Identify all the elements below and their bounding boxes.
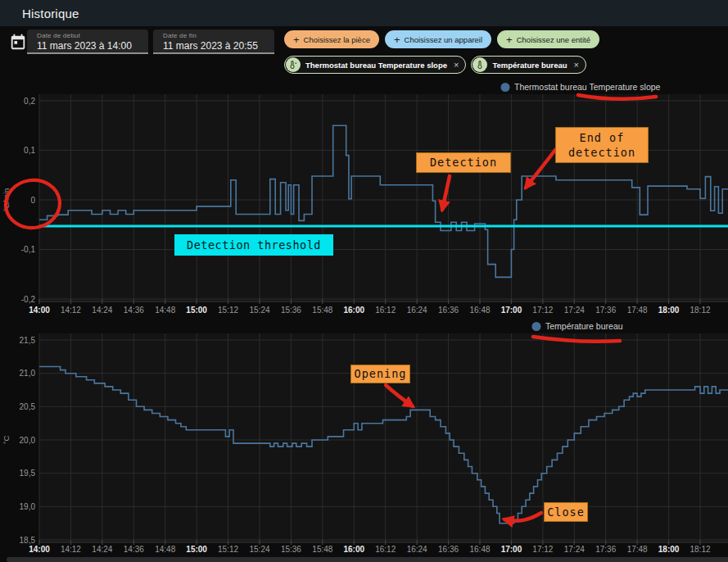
x-tick-label: 14:24	[92, 545, 112, 554]
x-tick-label: 17:36	[595, 545, 616, 554]
x-tick-label: 17:00	[501, 545, 522, 554]
x-tick-label: 15:24	[249, 545, 269, 554]
detection-label: Detection	[416, 152, 511, 173]
y-tick-label: 20,0	[20, 436, 36, 445]
temperature-chart[interactable]: 14:0014:1214:2414:3614:4815:0015:1215:24…	[0, 0, 728, 562]
y-tick-label: 19,0	[20, 502, 36, 511]
x-tick-label: 18:12	[690, 545, 710, 554]
legend-label[interactable]: Température bureau	[545, 321, 623, 331]
y-tick-label: 18,5	[20, 536, 36, 545]
x-tick-label: 17:48	[627, 545, 648, 554]
opening-label: Opening	[350, 365, 410, 383]
x-tick-label: 16:48	[469, 545, 490, 554]
x-tick-label: 15:12	[218, 545, 238, 554]
y-tick-label: 20,5	[20, 402, 36, 411]
x-tick-label: 16:00	[343, 545, 364, 554]
x-tick-label: 15:00	[186, 545, 207, 554]
history-page: Historique Date de début 11 mars 2023 à …	[0, 0, 728, 562]
x-tick-label: 14:36	[124, 545, 144, 554]
detection-threshold-label: Detection threshold	[174, 234, 333, 256]
legend-dot	[532, 322, 541, 331]
y-axis-unit-label: °C	[2, 436, 11, 445]
x-tick-label: 16:12	[375, 545, 396, 554]
x-tick-label: 14:48	[155, 545, 175, 554]
x-tick-label: 16:24	[407, 545, 427, 554]
x-tick-label: 14:12	[61, 545, 81, 554]
y-tick-label: 21,0	[20, 369, 36, 378]
x-tick-label: 17:12	[532, 545, 553, 554]
y-tick-label: 19,5	[20, 469, 36, 478]
x-tick-label: 15:36	[281, 545, 301, 554]
x-tick-label: 18:00	[658, 545, 680, 554]
close-label: Close	[544, 502, 588, 522]
x-tick-label: 16:36	[438, 545, 459, 554]
y-tick-label: 21,5	[20, 336, 36, 345]
end-of-detection-label: End of detection	[555, 127, 649, 163]
horizontal-scrollbar[interactable]	[7, 557, 728, 562]
x-tick-label: 15:48	[312, 545, 332, 554]
x-tick-label: 14:00	[29, 545, 50, 554]
x-tick-label: 17:24	[564, 545, 585, 554]
